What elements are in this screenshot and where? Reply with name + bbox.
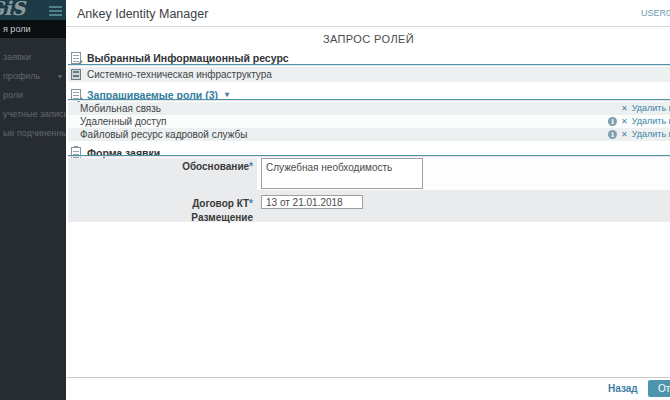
remove-icon[interactable]: ✕ [621,102,628,115]
footer-divider [67,377,670,378]
resource-icon [71,69,81,80]
brand-logo: GiS [0,0,25,19]
sidebar-item-roles[interactable]: роли [0,86,66,105]
document-pencil-icon [71,52,81,64]
role-row: Мобильная связь i ✕ Удалить из заявки [68,102,670,115]
remove-icon[interactable]: ✕ [621,128,628,141]
info-icon[interactable]: i [608,130,617,139]
section-header-resource: Выбранный Информационный ресурс [68,51,670,64]
resource-row[interactable]: Системно-техническая инфраструктура [68,67,670,82]
sidebar: GiS я роли заявки профиль ▾ роли учетные… [0,0,66,400]
required-asterisk: * [249,198,253,209]
top-bar: Ankey Identity Manager USER000 [66,0,670,27]
menu-toggle-icon[interactable] [49,6,62,18]
role-row: Удаленный доступ i ✕ Удалить из заявки [68,115,670,128]
sidebar-item-role-request[interactable]: я роли [0,20,66,38]
required-asterisk: * [249,161,253,172]
section-divider [68,99,670,101]
role-actions: i ✕ Удалить из заявки [608,102,670,115]
contract-input[interactable] [261,195,363,209]
sidebar-logo-bar: GiS [0,0,66,20]
role-actions: i ✕ Удалить из заявки [608,128,670,141]
sidebar-item-accounts[interactable]: учетные записи [0,105,66,124]
submit-button[interactable]: Отправить [648,380,670,397]
sidebar-item-requests[interactable]: заявки [0,48,66,67]
section-title: Выбранный Информационный ресурс [87,52,289,64]
app-title: Ankey Identity Manager [77,7,208,21]
info-icon[interactable]: i [608,117,617,126]
section-divider [68,64,670,66]
resource-name: Системно-техническая инфраструктура [87,67,272,82]
back-button[interactable]: Назад [608,383,638,394]
delete-from-request-link[interactable]: Удалить из заявки [632,115,670,128]
placement-label: Размещение [100,212,253,223]
delete-from-request-link[interactable]: Удалить из заявки [632,128,670,141]
role-row: Файловый ресурс кадровой службы i ✕ Удал… [68,128,670,141]
page-title: ЗАПРОС РОЛЕЙ [67,33,670,45]
role-name: Файловый ресурс кадровой службы [80,129,247,140]
remove-icon[interactable]: ✕ [621,115,628,128]
app-window: GiS я роли заявки профиль ▾ роли учетные… [0,0,670,400]
sidebar-item-subordinates[interactable]: ые подчиненные [0,124,66,143]
role-name: Мобильная связь [80,103,161,114]
chevron-down-icon: ▾ [225,90,229,99]
section-divider [68,155,670,157]
justification-textarea[interactable]: Служебная необходимость [261,158,423,189]
role-name: Удаленный доступ [80,116,166,127]
chevron-down-icon: ▾ [58,67,62,86]
delete-from-request-link[interactable]: Удалить из заявки [632,102,670,115]
contract-label: Договор КТ* [100,198,253,209]
sidebar-item-profile[interactable]: профиль ▾ [0,67,66,86]
role-actions: i ✕ Удалить из заявки [608,115,670,128]
justification-label: Обоснование* [100,161,253,172]
current-user-label[interactable]: USER000 [641,8,670,18]
